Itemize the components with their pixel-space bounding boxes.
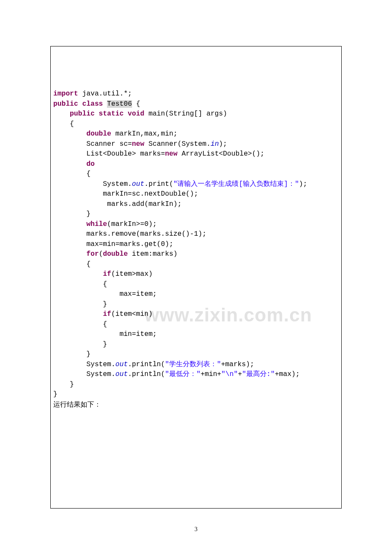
kw-while: while xyxy=(86,220,107,228)
txt: System. xyxy=(86,361,115,368)
txt: Scanner(System. xyxy=(144,140,210,148)
kw-if: if xyxy=(103,270,111,278)
txt: item:marks) xyxy=(128,250,178,258)
fld-in: in xyxy=(210,140,219,148)
txt: (item>max) xyxy=(111,270,153,278)
txt: .println( xyxy=(128,370,165,378)
txt: markIn=sc.nextDouble(); xyxy=(103,190,198,198)
txt: max=min=marks.get(0); xyxy=(86,240,173,248)
txt: min=item; xyxy=(119,330,156,338)
txt: + xyxy=(238,370,242,378)
kw-new: new xyxy=(132,140,144,148)
txt: ( xyxy=(99,250,103,258)
kw-do: do xyxy=(86,160,95,168)
txt: .print( xyxy=(144,180,173,188)
txt: ArrayList<Double>(); xyxy=(177,150,264,158)
txt: markIn,max,min; xyxy=(111,130,177,138)
txt: marks.remove(marks.size()-1); xyxy=(86,230,207,238)
txt: System. xyxy=(86,370,115,378)
txt: (markIn>=0); xyxy=(107,220,157,228)
code-container: www.zixin.com.cn import java.util.*; pub… xyxy=(50,46,342,509)
str-min: "最低分：" xyxy=(165,370,200,378)
kw-import: import xyxy=(53,90,78,98)
kw-new: new xyxy=(165,150,177,158)
str-max: "最高分:" xyxy=(242,370,275,378)
kw-mods: public static void xyxy=(70,110,144,118)
kw-class: class xyxy=(82,100,103,108)
txt: main(String[] args) xyxy=(144,110,227,118)
txt: System. xyxy=(103,180,132,188)
txt: marks.add(markIn); xyxy=(103,200,182,208)
txt: ); xyxy=(219,140,227,148)
txt: +min+ xyxy=(201,370,222,378)
kw-for: for xyxy=(86,250,99,258)
fld-out: out xyxy=(132,180,144,188)
txt: { xyxy=(132,100,140,108)
kw-double: double xyxy=(86,130,111,138)
txt: Scanner sc= xyxy=(86,140,132,148)
str-prompt: "请输入一名学生成绩[输入负数结束]：" xyxy=(173,180,299,188)
kw-if: if xyxy=(103,310,111,318)
kw-public: public xyxy=(53,100,78,108)
fld-out: out xyxy=(115,370,128,378)
str-list: "学生分数列表：" xyxy=(165,361,221,368)
class-name: Test06 xyxy=(107,100,132,108)
txt: java.util.*; xyxy=(78,90,132,98)
txt: (item<min) xyxy=(111,310,153,318)
txt: List<Double> marks= xyxy=(86,150,165,158)
txt: +marks); xyxy=(221,361,254,368)
txt: max=item; xyxy=(119,290,156,298)
fld-out: out xyxy=(115,361,128,368)
txt: +max); xyxy=(275,370,300,378)
txt: ); xyxy=(299,180,307,188)
page-number: 3 xyxy=(0,526,392,533)
kw-double: double xyxy=(103,250,128,258)
str-nl: "\n" xyxy=(221,370,238,378)
txt: .println( xyxy=(128,361,165,368)
footer-label: 运行结果如下： xyxy=(53,401,101,408)
code-block: import java.util.*; public class Test06 … xyxy=(53,79,339,410)
